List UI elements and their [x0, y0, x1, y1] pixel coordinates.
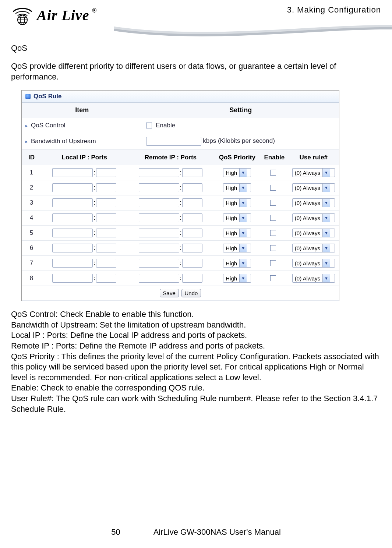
priority-select[interactable]: High▼ — [223, 229, 251, 237]
use-rule-select[interactable]: (0) Always▼ — [292, 229, 335, 237]
rule-id: 1 — [22, 165, 41, 180]
priority-value: High — [223, 214, 239, 222]
header-divider-swoosh — [0, 22, 392, 40]
rule-id: 3 — [22, 195, 41, 211]
table-row: 4::High▼(0) Always▼ — [22, 211, 339, 226]
priority-select[interactable]: High▼ — [223, 183, 251, 192]
colon-separator: : — [180, 229, 182, 237]
remote-ip-input[interactable] — [139, 229, 179, 237]
rule-enable-checkbox[interactable] — [270, 170, 276, 176]
remote-port-input[interactable] — [182, 168, 202, 177]
rule-enable-checkbox[interactable] — [270, 260, 276, 266]
chevron-down-icon: ▼ — [239, 274, 247, 282]
qos-rule-panel: QoS Rule Item Setting QoS Control Enable… — [21, 90, 339, 301]
local-port-input[interactable] — [96, 198, 116, 207]
remote-ip-input[interactable] — [139, 274, 179, 283]
priority-select[interactable]: High▼ — [223, 168, 251, 177]
local-port-input[interactable] — [96, 244, 116, 252]
use-rule-select[interactable]: (0) Always▼ — [292, 213, 335, 222]
local-ip-input[interactable] — [52, 213, 93, 222]
chevron-down-icon: ▼ — [239, 199, 247, 207]
local-port-input[interactable] — [96, 183, 116, 192]
local-ip-input[interactable] — [52, 183, 93, 192]
priority-value: High — [223, 229, 239, 237]
desc-qos-control: QoS Control: Check Enable to enable this… — [11, 309, 381, 320]
settings-table: Item Setting QoS Control Enable Bandwidt… — [22, 103, 339, 150]
chevron-down-icon: ▼ — [322, 169, 330, 177]
qos-control-checkbox[interactable] — [146, 123, 152, 128]
remote-ip-input[interactable] — [139, 168, 179, 177]
local-ip-input[interactable] — [52, 259, 93, 268]
remote-ip-input[interactable] — [139, 259, 179, 268]
chevron-down-icon: ▼ — [322, 199, 330, 207]
section-title: QoS — [11, 43, 381, 53]
remote-ip-input[interactable] — [139, 213, 179, 222]
remote-port-input[interactable] — [182, 244, 202, 252]
rules-table: ID Local IP : Ports Remote IP : Ports Qo… — [22, 150, 339, 301]
local-ip-input[interactable] — [52, 229, 93, 237]
priority-select[interactable]: High▼ — [223, 244, 251, 252]
qos-control-checkbox-label: Enable — [156, 122, 175, 129]
rule-enable-checkbox[interactable] — [270, 245, 276, 251]
chevron-down-icon: ▼ — [239, 184, 247, 192]
priority-value: High — [223, 169, 239, 177]
undo-button[interactable]: Undo — [181, 289, 201, 297]
local-port-input[interactable] — [96, 229, 116, 237]
priority-value: High — [223, 259, 239, 267]
remote-ip-input[interactable] — [139, 244, 179, 252]
remote-ip-input[interactable] — [139, 183, 179, 192]
remote-port-input[interactable] — [182, 183, 202, 192]
local-port-input[interactable] — [96, 168, 116, 177]
panel-title-icon — [25, 94, 31, 99]
table-row: 2::High▼(0) Always▼ — [22, 180, 339, 195]
use-rule-value: (0) Always — [293, 259, 322, 267]
rule-enable-checkbox[interactable] — [270, 185, 276, 191]
priority-select[interactable]: High▼ — [223, 213, 251, 222]
colon-separator: : — [93, 199, 95, 206]
colon-separator: : — [180, 184, 182, 191]
remote-port-input[interactable] — [182, 274, 202, 283]
chevron-down-icon: ▼ — [239, 244, 247, 252]
remote-port-input[interactable] — [182, 198, 202, 207]
use-rule-select[interactable]: (0) Always▼ — [292, 198, 335, 207]
remote-port-input[interactable] — [182, 229, 202, 237]
rule-enable-checkbox[interactable] — [270, 230, 276, 236]
local-ip-input[interactable] — [52, 274, 93, 283]
local-ip-input[interactable] — [52, 244, 93, 252]
intro-paragraph: QoS provide different priority to differ… — [11, 61, 381, 82]
local-port-input[interactable] — [96, 259, 116, 268]
use-rule-select[interactable]: (0) Always▼ — [292, 168, 335, 177]
col-remote: Remote IP : Ports — [127, 150, 213, 165]
priority-select[interactable]: High▼ — [223, 259, 251, 268]
priority-select[interactable]: High▼ — [223, 274, 251, 283]
use-rule-select[interactable]: (0) Always▼ — [292, 259, 335, 268]
desc-bandwidth: Bandwidth of Upstream: Set the limitatio… — [11, 320, 381, 330]
chapter-label: 3. Making Configuration — [287, 5, 381, 15]
use-rule-value: (0) Always — [293, 244, 322, 252]
rule-enable-checkbox[interactable] — [270, 275, 276, 281]
local-port-input[interactable] — [96, 274, 116, 283]
rule-enable-checkbox[interactable] — [270, 200, 276, 206]
local-port-input[interactable] — [96, 213, 116, 222]
chevron-down-icon: ▼ — [239, 169, 247, 177]
remote-port-input[interactable] — [182, 259, 202, 268]
use-rule-select[interactable]: (0) Always▼ — [292, 244, 335, 252]
table-row: 6::High▼(0) Always▼ — [22, 241, 339, 256]
local-ip-input[interactable] — [52, 168, 93, 177]
use-rule-value: (0) Always — [293, 184, 322, 192]
priority-select[interactable]: High▼ — [223, 198, 251, 207]
use-rule-value: (0) Always — [293, 229, 322, 237]
rule-enable-checkbox[interactable] — [270, 215, 276, 221]
local-ip-input[interactable] — [52, 198, 93, 207]
bandwidth-input[interactable] — [146, 137, 201, 146]
use-rule-select[interactable]: (0) Always▼ — [292, 274, 335, 283]
table-row: 8::High▼(0) Always▼ — [22, 271, 339, 286]
row-bandwidth-label: Bandwidth of Upstream — [22, 133, 142, 150]
use-rule-select[interactable]: (0) Always▼ — [292, 183, 335, 192]
colon-separator: : — [93, 184, 95, 191]
page-number: 50 — [111, 527, 120, 537]
remote-port-input[interactable] — [182, 213, 202, 222]
chevron-down-icon: ▼ — [239, 259, 247, 267]
remote-ip-input[interactable] — [139, 198, 179, 207]
save-button[interactable]: Save — [160, 289, 179, 297]
